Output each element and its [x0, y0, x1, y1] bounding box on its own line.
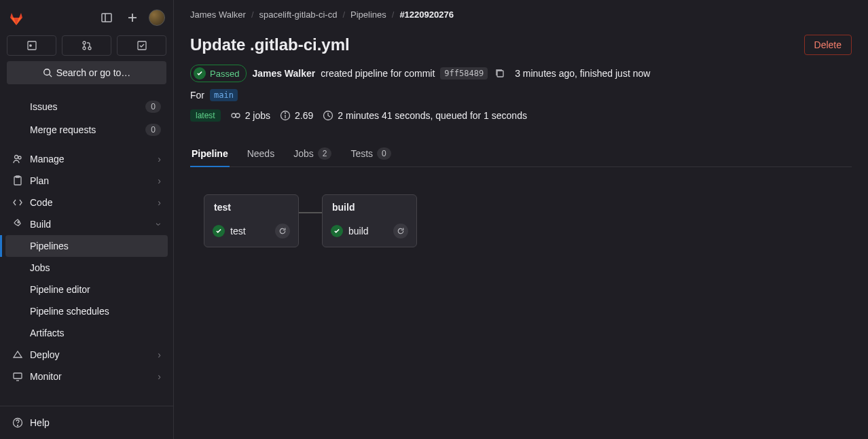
- breadcrumb: James Walker / spacelift-gitlab-ci-cd / …: [174, 0, 868, 29]
- sidebar-item-label: Build: [30, 219, 51, 230]
- merge-request-shortcut-icon[interactable]: [62, 35, 111, 56]
- author-name[interactable]: James Walker: [252, 68, 315, 79]
- gitlab-logo-icon[interactable]: [8, 10, 24, 26]
- sidebar-collapse-icon[interactable]: [97, 8, 116, 27]
- sidebar-item-label: Plan: [30, 175, 49, 186]
- sidebar-item-label: Pipelines: [30, 241, 69, 251]
- svg-point-10: [43, 69, 50, 75]
- svg-point-22: [236, 113, 240, 118]
- delete-button[interactable]: Delete: [804, 35, 852, 55]
- check-circle-icon: [194, 67, 206, 80]
- users-icon: [12, 154, 23, 164]
- duration: 2 minutes 41 seconds, queued for 1 secon…: [323, 110, 527, 121]
- job-name: build: [348, 226, 388, 236]
- breadcrumb-sep: /: [251, 10, 254, 20]
- sidebar-top: [0, 0, 173, 35]
- for-label: For: [190, 90, 204, 101]
- stage-connector: [299, 212, 322, 213]
- sidebar-item-label: Deploy: [30, 349, 60, 360]
- mr-count-badge: 0: [145, 124, 161, 136]
- pipeline-diagram: test test build build: [190, 167, 852, 275]
- sidebar-item-plan[interactable]: Plan ›: [5, 170, 168, 192]
- sidebar-item-label: Issues: [30, 101, 57, 112]
- tests-badge: 0: [377, 147, 391, 160]
- svg-rect-0: [102, 14, 111, 22]
- svg-rect-14: [14, 177, 21, 185]
- commit-sha[interactable]: 9ff58489: [440, 67, 488, 80]
- sidebar-nav: Issues 0 Merge requests 0 Manage › Plan …: [0, 92, 173, 406]
- sidebar-item-manage[interactable]: Manage ›: [5, 148, 168, 170]
- status-badge[interactable]: Passed: [190, 65, 247, 82]
- svg-rect-20: [497, 71, 503, 77]
- tab-needs[interactable]: Needs: [246, 141, 276, 166]
- svg-point-13: [18, 156, 21, 159]
- check-circle-icon: [213, 225, 225, 237]
- sidebar-item-label: Code: [30, 197, 52, 208]
- code-icon: [12, 197, 23, 208]
- monitor-icon: [12, 371, 23, 382]
- created-text: created pipeline for commit: [321, 68, 435, 79]
- help-icon: [12, 417, 23, 428]
- clipboard-icon: [12, 175, 23, 186]
- svg-point-19: [18, 425, 18, 426]
- tab-pipeline[interactable]: Pipeline: [190, 141, 230, 166]
- svg-line-11: [49, 75, 52, 77]
- mini-nav: [0, 35, 173, 61]
- job-build[interactable]: build: [328, 221, 411, 241]
- search-label: Search or go to…: [56, 67, 131, 78]
- sidebar-item-pipelines[interactable]: Pipelines: [5, 235, 168, 257]
- svg-point-12: [15, 156, 18, 159]
- branch-pill[interactable]: main: [210, 89, 238, 101]
- sidebar-item-monitor[interactable]: Monitor ›: [5, 366, 168, 387]
- chevron-right-icon: ›: [158, 175, 161, 186]
- issues-shortcut-icon[interactable]: [7, 35, 56, 56]
- retry-icon[interactable]: [275, 224, 290, 239]
- sidebar-item-label: Pipeline editor: [30, 284, 90, 295]
- svg-point-21: [232, 113, 236, 118]
- svg-point-5: [29, 45, 31, 46]
- svg-point-25: [285, 113, 286, 113]
- sidebar-item-jobs[interactable]: Jobs: [5, 257, 168, 279]
- clock-icon: [323, 110, 333, 121]
- jobs-badge: 2: [318, 147, 332, 160]
- copy-icon[interactable]: [494, 68, 505, 79]
- sidebar-item-deploy[interactable]: Deploy ›: [5, 344, 168, 366]
- job-name: test: [230, 226, 270, 236]
- sidebar-item-pipeline-schedules[interactable]: Pipeline schedules: [5, 300, 168, 322]
- chevron-right-icon: ›: [158, 154, 161, 164]
- issues-count-badge: 0: [145, 101, 161, 113]
- check-circle-icon: [331, 225, 343, 237]
- tab-tests[interactable]: Tests 0: [349, 141, 392, 166]
- job-test[interactable]: test: [210, 221, 293, 241]
- tabs: Pipeline Needs Jobs 2 Tests 0: [190, 141, 852, 167]
- page-title: Update .gitlab-ci.yml: [190, 35, 350, 54]
- sidebar-item-artifacts[interactable]: Artifacts: [5, 322, 168, 344]
- todo-shortcut-icon[interactable]: [117, 35, 166, 56]
- tab-jobs[interactable]: Jobs 2: [292, 141, 333, 166]
- search-input[interactable]: Search or go to…: [7, 61, 166, 84]
- sidebar-item-label: Pipeline schedules: [30, 306, 109, 317]
- breadcrumb-user[interactable]: James Walker: [190, 10, 246, 20]
- breadcrumb-section[interactable]: Pipelines: [350, 10, 386, 20]
- stage-card-build: build build: [322, 194, 417, 247]
- create-new-icon[interactable]: [123, 8, 142, 27]
- deploy-icon: [12, 349, 23, 360]
- breadcrumb-current: #1220920276: [399, 10, 454, 20]
- sidebar-item-build[interactable]: Build ›: [5, 213, 168, 235]
- sidebar-item-merge-requests[interactable]: Merge requests 0: [5, 118, 168, 141]
- chevron-right-icon: ›: [158, 371, 161, 382]
- sidebar-item-code[interactable]: Code ›: [5, 192, 168, 213]
- sidebar-item-label: Artifacts: [30, 328, 65, 338]
- avatar[interactable]: [149, 10, 165, 26]
- breadcrumb-project[interactable]: spacelift-gitlab-ci-cd: [259, 10, 338, 20]
- sidebar-item-pipeline-editor[interactable]: Pipeline editor: [5, 279, 168, 300]
- status-text: Passed: [210, 69, 239, 79]
- main-content: James Walker / spacelift-gitlab-ci-cd / …: [174, 0, 868, 439]
- sidebar-item-help[interactable]: Help: [5, 412, 168, 434]
- sidebar-item-issues[interactable]: Issues 0: [5, 95, 168, 118]
- svg-point-16: [18, 222, 19, 223]
- breadcrumb-sep: /: [342, 10, 345, 20]
- sidebar-item-label: Help: [30, 417, 50, 428]
- retry-icon[interactable]: [393, 224, 408, 239]
- time-text: 3 minutes ago, finished just now: [515, 68, 650, 79]
